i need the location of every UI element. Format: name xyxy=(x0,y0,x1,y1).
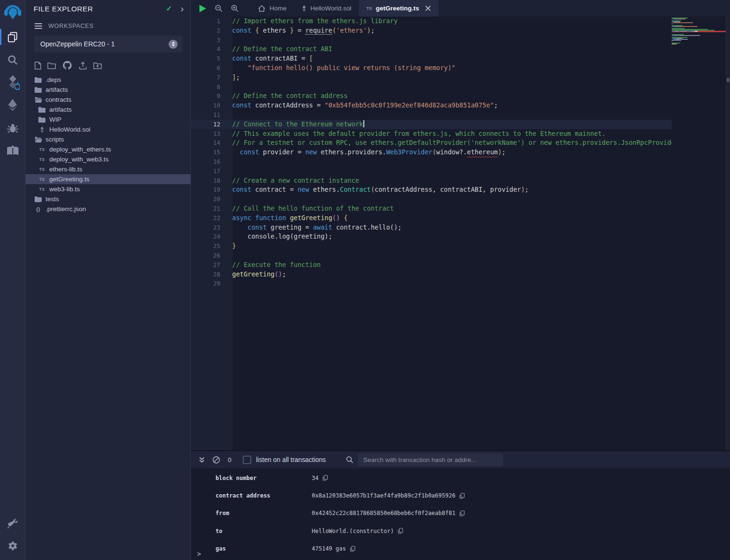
copy-icon[interactable] xyxy=(350,546,355,552)
workspace-name: OpenZeppelin ERC20 - 1 xyxy=(40,40,169,48)
run-script-button[interactable] xyxy=(199,4,207,13)
terminal-row-value: 0x8a120383e6057b1f3aef4fa9b89c2f1b0a6959… xyxy=(312,492,455,499)
line-number: 13 xyxy=(191,129,220,139)
editor-scrollbar[interactable] xyxy=(726,17,730,450)
code-line[interactable]: 9// Define the contract address xyxy=(191,91,672,101)
terminal-row-value: 0x42452c22c88178685850e68beb6cf0f2aeab8f… xyxy=(312,510,455,516)
code-line[interactable]: 28getGreeting(); xyxy=(191,270,672,279)
code-line[interactable]: 12// Connect to the Ethereum network xyxy=(191,120,672,129)
tree-item-helloworld-sol[interactable]: HelloWorld.sol xyxy=(26,124,190,134)
code-line[interactable]: 15 const provider = new ethers.providers… xyxy=(191,148,672,157)
code-line[interactable]: 1// Import ethers from the ethers.js lib… xyxy=(191,17,672,26)
code-line[interactable]: 11 xyxy=(191,110,672,120)
code-line[interactable]: 7]; xyxy=(191,73,672,82)
code-line[interactable]: 24 console.log(greeting); xyxy=(191,232,672,241)
code-text: // Call the hello function of the contra… xyxy=(220,204,394,213)
close-icon[interactable] xyxy=(425,5,431,11)
chevron-double-down-icon[interactable] xyxy=(198,456,205,463)
solidity-compiler-icon[interactable] xyxy=(0,71,26,94)
learneth-icon[interactable] xyxy=(0,139,26,162)
code-line[interactable]: 26 xyxy=(191,251,672,260)
code-line[interactable]: 3 xyxy=(191,36,672,45)
workspace-switch-icon[interactable] xyxy=(169,40,178,49)
code-text xyxy=(220,157,232,167)
workspace-dropdown[interactable]: OpenZeppelin ERC20 - 1 xyxy=(34,36,182,53)
code-line[interactable]: 10const contractAddress = "0xb54febb5c0c… xyxy=(191,101,672,110)
code-line[interactable]: 14// For a testnet or custom RPC, use et… xyxy=(191,138,672,148)
code-line[interactable]: 16 xyxy=(191,157,672,167)
zoom-in-icon[interactable] xyxy=(231,4,239,12)
scrollbar-thumb[interactable] xyxy=(727,78,730,82)
tree-item-getgreeting-ts[interactable]: TSgetGreeting.ts xyxy=(26,174,190,184)
tab-helloworld-sol[interactable]: HelloWorld.sol xyxy=(294,0,359,17)
editor-code-area[interactable]: 1// Import ethers from the ethers.js lib… xyxy=(191,17,672,450)
terminal-prompt[interactable]: > xyxy=(197,550,201,558)
code-editor[interactable]: 1// Import ethers from the ethers.js lib… xyxy=(191,17,730,450)
remix-logo-icon[interactable] xyxy=(0,0,26,26)
tree-item-artifacts[interactable]: artifacts xyxy=(26,105,190,115)
zoom-out-icon[interactable] xyxy=(215,4,223,12)
code-line[interactable]: 8 xyxy=(191,82,672,92)
code-line[interactable]: 13// This example uses the default provi… xyxy=(191,129,672,139)
code-text: // Connect to the Ethereum network xyxy=(220,120,364,129)
tree-item-label: deploy_with_web3.ts xyxy=(49,156,108,163)
tree-item-scripts[interactable]: scripts xyxy=(26,134,190,144)
tab-home[interactable]: Home xyxy=(250,0,294,17)
code-line[interactable]: 27// Execute the function xyxy=(191,260,672,270)
tabs: HomeHelloWorld.solTSgetGreeting.ts xyxy=(250,0,439,17)
check-icon[interactable]: ✓ xyxy=(166,4,172,13)
code-line[interactable]: 29 xyxy=(191,279,672,288)
terminal-row-label: to xyxy=(216,528,312,534)
line-number: 29 xyxy=(191,279,220,288)
code-line[interactable]: 2const { ethers } = require('ethers'); xyxy=(191,26,672,36)
listen-checkbox[interactable] xyxy=(243,456,251,464)
tree-item--prettierrc-json[interactable]: {}.prettierrc.json xyxy=(26,204,190,214)
code-line[interactable]: 19const contract = new ethers.Contract(c… xyxy=(191,185,672,195)
copy-icon[interactable] xyxy=(398,528,403,534)
tree-item-tests[interactable]: tests xyxy=(26,194,190,204)
terminal-row-value: HelloWorld.(constructor) xyxy=(312,528,394,534)
tree-item-deploy-with-web3-ts[interactable]: TSdeploy_with_web3.ts xyxy=(26,154,190,164)
file-explorer-icon[interactable] xyxy=(0,26,26,48)
copy-icon[interactable] xyxy=(460,510,465,516)
clear-console-icon[interactable] xyxy=(212,456,220,464)
copy-icon[interactable] xyxy=(323,475,328,481)
code-line[interactable]: 23 const greeting = await contract.hello… xyxy=(191,223,672,232)
tree-item-wip[interactable]: WIP xyxy=(26,115,190,124)
workspaces-menu-icon[interactable] xyxy=(35,23,42,29)
code-line[interactable]: 20 xyxy=(191,195,672,204)
tab-getgreeting-ts[interactable]: TSgetGreeting.ts xyxy=(359,0,439,17)
chevron-right-icon[interactable]: › xyxy=(180,5,184,12)
code-line[interactable]: 18// Create a new contract instance xyxy=(191,176,672,186)
transaction-count: 0 xyxy=(228,456,232,463)
tree-item-contracts[interactable]: contracts xyxy=(26,95,190,105)
code-text xyxy=(220,82,232,92)
code-line[interactable]: 22async function getGreeting() { xyxy=(191,213,672,223)
code-line[interactable]: 4// Define the contract ABI xyxy=(191,44,672,54)
github-icon[interactable] xyxy=(62,60,72,71)
code-line[interactable]: 21// Call the hello function of the cont… xyxy=(191,204,672,213)
deploy-run-icon[interactable] xyxy=(0,94,26,116)
tree-item-artifacts[interactable]: artifacts xyxy=(26,85,190,95)
transaction-search-input[interactable] xyxy=(358,453,503,466)
search-icon[interactable] xyxy=(0,48,26,71)
tree-item-web3-lib-ts[interactable]: TSweb3-lib.ts xyxy=(26,184,190,194)
tree-item--deps[interactable]: .deps xyxy=(26,75,190,85)
code-line[interactable]: 17 xyxy=(191,167,672,176)
upload-file-icon[interactable] xyxy=(79,62,87,70)
tree-item-ethers-lib-ts[interactable]: TSethers-lib.ts xyxy=(26,164,190,174)
line-number: 18 xyxy=(191,176,220,186)
minimap[interactable] xyxy=(672,18,726,45)
text-cursor xyxy=(363,120,364,127)
code-line[interactable]: 5const contractABI = [ xyxy=(191,54,672,63)
plugin-manager-icon[interactable] xyxy=(0,512,26,534)
new-file-icon[interactable] xyxy=(35,62,41,70)
code-line[interactable]: 6 "function hello() public view returns … xyxy=(191,63,672,73)
settings-icon[interactable] xyxy=(0,534,26,557)
code-line[interactable]: 25} xyxy=(191,241,672,251)
tree-item-deploy-with-ethers-ts[interactable]: TSdeploy_with_ethers.ts xyxy=(26,144,190,154)
new-folder-icon[interactable] xyxy=(47,62,56,69)
copy-icon[interactable] xyxy=(460,493,465,499)
debugger-icon[interactable] xyxy=(0,116,26,139)
upload-folder-icon[interactable] xyxy=(93,62,102,69)
